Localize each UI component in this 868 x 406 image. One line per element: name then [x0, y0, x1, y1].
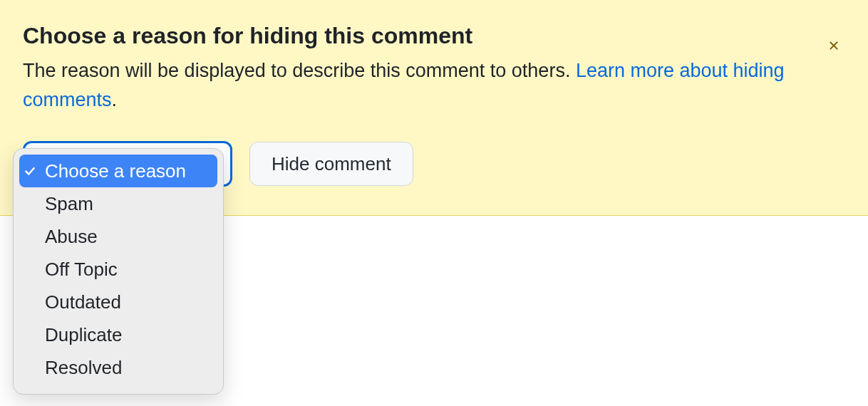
dropdown-option-label: Abuse [45, 226, 213, 248]
close-icon [827, 38, 841, 53]
subtitle-text: The reason will be displayed to describe… [23, 60, 576, 81]
checkmark-icon [24, 328, 45, 341]
dropdown-option-spam[interactable]: Spam [14, 187, 223, 220]
banner-title: Choose a reason for hiding this comment [23, 23, 845, 49]
checkmark-icon [24, 165, 45, 177]
dropdown-option-label: Outdated [45, 291, 213, 313]
close-button[interactable] [824, 36, 844, 56]
dropdown-option-duplicate[interactable]: Duplicate [14, 318, 223, 351]
reason-dropdown: Choose a reason Spam Abuse Off Topic Out… [13, 148, 224, 395]
hide-comment-button[interactable]: Hide comment [249, 142, 413, 186]
subtitle-suffix: . [112, 89, 118, 110]
checkmark-icon [24, 296, 45, 308]
dropdown-option-label: Duplicate [45, 324, 213, 346]
checkmark-icon [24, 263, 45, 276]
banner-subtitle: The reason will be displayed to describe… [23, 56, 842, 114]
dropdown-option-resolved[interactable]: Resolved [14, 351, 223, 384]
dropdown-option-label: Spam [45, 193, 213, 215]
checkmark-icon [24, 361, 45, 374]
checkmark-icon [24, 197, 45, 210]
dropdown-option-label: Off Topic [45, 259, 213, 281]
dropdown-option-label: Choose a reason [45, 160, 213, 182]
dropdown-option-outdated[interactable]: Outdated [14, 286, 223, 318]
dropdown-option-placeholder[interactable]: Choose a reason [19, 155, 217, 187]
dropdown-option-abuse[interactable]: Abuse [14, 220, 223, 253]
checkmark-icon [24, 230, 45, 243]
dropdown-option-label: Resolved [45, 357, 213, 379]
dropdown-option-off-topic[interactable]: Off Topic [14, 253, 223, 286]
